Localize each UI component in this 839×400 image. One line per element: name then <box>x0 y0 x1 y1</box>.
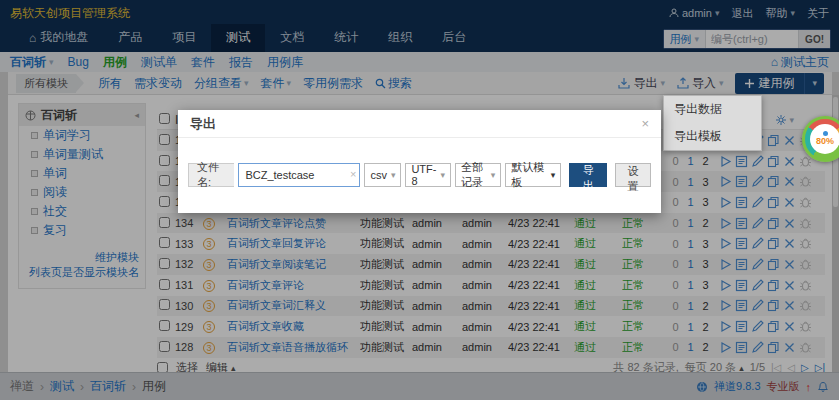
format-select[interactable]: csv▾ <box>364 163 401 187</box>
filename-input[interactable] <box>238 163 360 187</box>
menu-item-export-data[interactable]: 导出数据 <box>664 96 761 123</box>
widget-percent: 80% <box>805 136 839 146</box>
export-dropdown-menu: 导出数据 导出模板 <box>663 95 762 151</box>
close-icon[interactable]: × <box>641 116 649 131</box>
chevron-down-icon: ▾ <box>440 170 445 180</box>
records-select[interactable]: 全部记录▾ <box>455 163 501 187</box>
modal-export-button[interactable]: 导出 <box>569 163 607 187</box>
template-select[interactable]: 默认模板▾ <box>505 163 561 187</box>
menu-item-export-template[interactable]: 导出模板 <box>664 123 761 150</box>
modal-settings-button[interactable]: 设置 <box>615 163 651 187</box>
encoding-select[interactable]: UTF-8▾ <box>405 163 451 187</box>
filename-label: 文件名: <box>188 163 234 187</box>
caret-down-icon: ▾ <box>551 170 556 180</box>
export-modal: 导出 × 文件名: × csv▾ UTF-8▾ 全部记录▾ 默认模板▾ 导出 设… <box>178 110 661 213</box>
clear-icon[interactable]: × <box>350 168 356 180</box>
chevron-down-icon: ▾ <box>491 170 496 180</box>
modal-title: 导出 <box>190 115 216 133</box>
chevron-down-icon: ▾ <box>391 170 396 180</box>
